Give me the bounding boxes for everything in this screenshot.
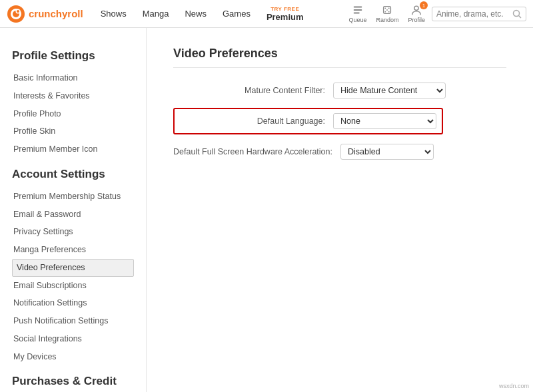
sidebar-item-social-integrations[interactable]: Social Integrations [12, 330, 146, 348]
mature-content-control[interactable]: Hide Mature Content Show Mature Content [333, 83, 446, 98]
nav-shows[interactable]: Shows [93, 0, 135, 28]
main-content: Video Preferences Mature Content Filter:… [147, 28, 533, 392]
mature-content-row: Mature Content Filter: Hide Mature Conte… [173, 83, 506, 98]
crunchyroll-logo-icon [7, 5, 25, 23]
sidebar-item-profile-photo[interactable]: Profile Photo [12, 105, 146, 123]
queue-button[interactable]: Queue [348, 4, 366, 23]
sidebar-profile-title: Profile Settings [12, 49, 146, 63]
try-free-badge: TRY FREE [270, 6, 299, 12]
sidebar-section-account: Account Settings Premium Membership Stat… [12, 168, 146, 366]
hardware-acceleration-select[interactable]: Disabled Enabled [340, 144, 434, 160]
sidebar-section-profile: Profile Settings Basic Information Inter… [12, 49, 146, 158]
sidebar-item-manga-preferences[interactable]: Manga Preferences [12, 241, 146, 259]
sidebar: Profile Settings Basic Information Inter… [0, 28, 147, 392]
default-language-select[interactable]: None English Spanish French German Japan… [333, 113, 436, 129]
svg-point-9 [385, 7, 386, 9]
sidebar-item-email-password[interactable]: Email & Password [12, 206, 146, 224]
profile-button[interactable]: 1 Profile [408, 4, 425, 23]
sidebar-item-video-preferences[interactable]: Video Preferences [12, 259, 134, 277]
svg-line-16 [519, 15, 522, 18]
section-heading: Video Preferences [173, 47, 506, 68]
nav-links: Shows Manga News Games TRY FREE Premium [93, 0, 342, 28]
logo-text: crunchyroll [29, 8, 83, 19]
svg-point-14 [414, 6, 418, 10]
nav-premium[interactable]: TRY FREE Premium [259, 0, 312, 28]
svg-rect-6 [354, 9, 362, 11]
sidebar-item-my-devices[interactable]: My Devices [12, 348, 146, 366]
sidebar-item-email-subscriptions[interactable]: Email Subscriptions [12, 277, 146, 295]
sidebar-account-title: Account Settings [12, 168, 146, 181]
sidebar-item-privacy-settings[interactable]: Privacy Settings [12, 223, 146, 241]
sidebar-section-purchases: Purchases & Credit Order History [12, 375, 146, 392]
svg-point-11 [388, 7, 390, 9]
queue-icon [352, 4, 364, 16]
page-body: Profile Settings Basic Information Inter… [0, 28, 533, 392]
default-language-highlight: Default Language: None English Spanish F… [173, 108, 443, 134]
queue-label: Queue [348, 17, 366, 23]
header: crunchyroll Shows Manga News Games TRY F… [0, 0, 533, 28]
nav-games[interactable]: Games [215, 0, 259, 28]
svg-point-15 [514, 10, 520, 16]
mature-content-select[interactable]: Hide Mature Content Show Mature Content [333, 83, 446, 98]
default-language-row: Default Language: None English Spanish F… [173, 108, 506, 134]
copyright: wsxdn.com [499, 383, 529, 389]
profile-badge: 1 [420, 1, 428, 9]
random-icon [381, 4, 393, 16]
search-icon [512, 9, 522, 19]
hardware-acceleration-control[interactable]: Disabled Enabled [340, 144, 434, 160]
header-icons: Queue Random 1 Profile [348, 4, 425, 23]
nav-news[interactable]: News [177, 0, 215, 28]
sidebar-item-notification-settings[interactable]: Notification Settings [12, 294, 146, 312]
sidebar-item-profile-skin[interactable]: Profile Skin [12, 122, 146, 140]
sidebar-item-push-notification-settings[interactable]: Push Notification Settings [12, 312, 146, 330]
search-input[interactable] [436, 9, 510, 19]
svg-point-10 [388, 11, 390, 13]
svg-rect-5 [354, 7, 362, 8]
sidebar-purchases-title: Purchases & Credit [12, 375, 146, 388]
random-label: Random [376, 17, 398, 23]
hardware-acceleration-row: Default Full Screen Hardware Acceleratio… [173, 144, 506, 160]
default-language-control[interactable]: None English Spanish French German Japan… [333, 113, 436, 129]
logo[interactable]: crunchyroll [7, 5, 83, 23]
profile-label: Profile [408, 17, 425, 23]
svg-point-4 [17, 10, 19, 13]
svg-rect-7 [354, 13, 360, 14]
sidebar-item-premium-member-icon[interactable]: Premium Member Icon [12, 140, 146, 158]
sidebar-item-basic-information[interactable]: Basic Information [12, 69, 146, 87]
default-language-label: Default Language: [180, 116, 333, 126]
search-box[interactable] [432, 7, 526, 21]
premium-label: Premium [266, 12, 304, 22]
svg-point-13 [387, 9, 388, 11]
nav-manga[interactable]: Manga [135, 0, 177, 28]
mature-content-label: Mature Content Filter: [173, 86, 333, 95]
hardware-acceleration-label: Default Full Screen Hardware Acceleratio… [173, 147, 340, 156]
random-button[interactable]: Random [376, 4, 398, 23]
svg-point-12 [385, 11, 386, 13]
sidebar-item-premium-membership-status[interactable]: Premium Membership Status [12, 188, 146, 206]
sidebar-item-interests-favorites[interactable]: Interests & Favorites [12, 87, 146, 105]
